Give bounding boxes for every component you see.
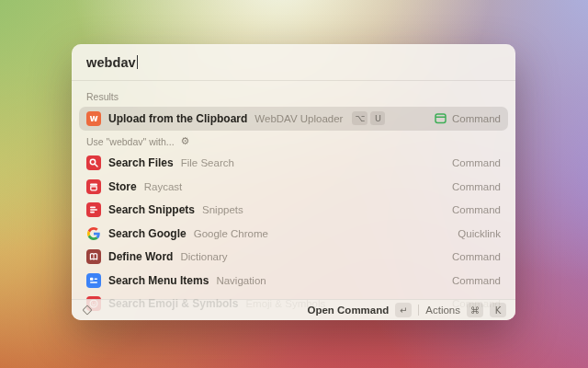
row-subtitle: Snippets <box>202 204 243 215</box>
results-header-label: Results <box>86 91 119 102</box>
results-section-header: Results <box>79 86 508 107</box>
footer-divider <box>418 305 419 316</box>
command-key-icon: ⌘ <box>467 303 483 317</box>
command-type-icon <box>435 112 447 124</box>
open-command-button[interactable]: Open Command <box>307 305 389 316</box>
results-list: Results w Upload from the Clipboard WebD… <box>72 81 515 316</box>
row-subtitle: Dictionary <box>180 251 227 262</box>
text-caret <box>137 55 139 69</box>
actions-button[interactable]: Actions <box>425 305 460 316</box>
result-row-search-menu-items[interactable]: Search Menu Items Navigation Command <box>79 269 508 293</box>
row-type-label: Quicklink <box>458 228 501 239</box>
google-icon <box>86 226 101 241</box>
row-subtitle: File Search <box>181 157 234 168</box>
result-row-search-snippets[interactable]: Search Snippets Snippets Command <box>79 199 508 223</box>
raycast-logo-icon <box>82 305 92 315</box>
option-key: ⌥ <box>352 111 368 125</box>
row-title: Search Snippets <box>108 203 195 216</box>
dictionary-icon <box>86 249 101 264</box>
snippets-icon <box>86 202 101 217</box>
k-key-icon: K <box>490 303 506 317</box>
use-with-section-header: Use "webdav" with... ⚙ <box>79 131 508 152</box>
search-input[interactable]: webdav <box>86 55 138 70</box>
result-row-define-word[interactable]: Define Word Dictionary Command <box>79 246 508 270</box>
row-title: Search Menu Items <box>108 274 209 287</box>
row-type-label: Command <box>452 251 501 262</box>
u-key: U <box>370 111 385 125</box>
raycast-window: webdav Results w Upload from the Clipboa… <box>72 44 515 320</box>
shortcut-keys: ⌥ U <box>352 111 385 125</box>
webdav-uploader-icon: w <box>86 111 101 126</box>
footer-bar: Open Command ↵ Actions ⌘ K <box>72 299 515 320</box>
search-bar: webdav <box>72 44 515 81</box>
row-type-label: Command <box>452 113 501 124</box>
row-subtitle: Navigation <box>216 275 266 286</box>
result-row-store[interactable]: Store Raycast Command <box>79 175 508 199</box>
result-row-search-google[interactable]: Search Google Google Chrome Quicklink <box>79 222 508 246</box>
row-title: Upload from the Clipboard <box>108 112 247 125</box>
store-icon <box>86 179 101 194</box>
row-subtitle: Google Chrome <box>194 228 268 239</box>
search-files-icon <box>86 155 101 170</box>
row-subtitle: Raycast <box>144 181 183 192</box>
row-type-label: Command <box>452 204 501 215</box>
row-title: Store <box>108 180 137 193</box>
row-type-label: Command <box>452 275 501 286</box>
row-type-label: Command <box>452 181 501 192</box>
row-title: Define Word <box>108 250 173 263</box>
search-query: webdav <box>86 55 136 70</box>
return-key-icon: ↵ <box>395 303 412 317</box>
gear-icon[interactable]: ⚙ <box>181 136 190 146</box>
row-type-label: Command <box>452 157 501 168</box>
use-with-header-label: Use "webdav" with... <box>86 136 175 147</box>
row-subtitle: WebDAV Uploader <box>254 113 343 124</box>
result-row-search-files[interactable]: Search Files File Search Command <box>79 152 508 176</box>
row-title: Search Google <box>108 227 187 240</box>
row-title: Search Files <box>108 156 174 169</box>
menu-items-icon <box>86 273 101 288</box>
result-row-upload-from-clipboard[interactable]: w Upload from the Clipboard WebDAV Uploa… <box>79 107 508 131</box>
